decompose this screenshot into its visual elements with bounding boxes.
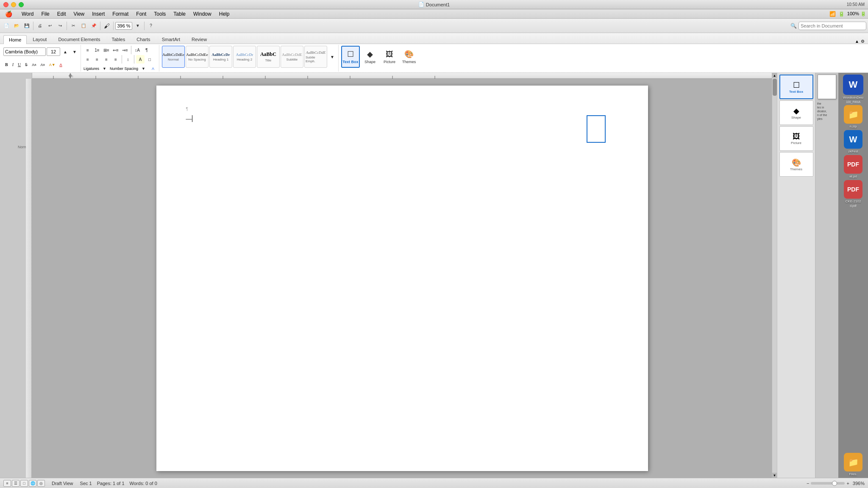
align-right-button[interactable]: ≡ — [102, 55, 111, 64]
zoom-slider[interactable] — [811, 482, 845, 485]
edit-menu[interactable]: Edit — [54, 10, 70, 18]
zoom-decrease-button[interactable]: − — [807, 481, 809, 486]
bullets-button[interactable]: ≡ — [83, 46, 92, 54]
search-input[interactable] — [801, 23, 864, 28]
scrollbar-vertical[interactable]: ▲ ▼ — [772, 73, 777, 478]
text-box-insert-button[interactable]: ☐ Text Box — [341, 46, 360, 68]
tab-tables[interactable]: Tables — [106, 35, 131, 44]
undo-button[interactable]: ↩ — [45, 21, 55, 30]
tab-document-elements[interactable]: Document Elements — [53, 35, 106, 44]
view-draft-button[interactable]: ≡ — [3, 480, 11, 487]
zoom-increase-button[interactable]: + — [846, 481, 849, 486]
zoom-input[interactable]: 396 % — [115, 22, 132, 30]
style-title[interactable]: AaBbC Title — [257, 46, 280, 68]
scroll-up-button[interactable]: ▲ — [772, 73, 777, 78]
picture-insert-button[interactable]: 🖼 Picture — [380, 46, 399, 68]
highlight-button[interactable]: A▼ — [47, 61, 57, 69]
subscript-button[interactable]: Aa — [39, 61, 46, 69]
minimize-button[interactable] — [11, 2, 16, 7]
open-button[interactable]: 📂 — [12, 21, 21, 30]
sort-button[interactable]: ↕A — [133, 46, 142, 54]
num-spacing-dropdown[interactable]: ▼ — [140, 64, 147, 73]
font-menu[interactable]: Font — [133, 10, 150, 18]
doc-icon-1[interactable]: W zkFest — [840, 130, 866, 153]
view-print-button[interactable]: □ — [20, 480, 28, 487]
paste-button[interactable]: 📌 — [89, 21, 98, 30]
redo-button[interactable]: ↪ — [56, 21, 65, 30]
styles-more-button[interactable]: ▼ — [328, 53, 337, 61]
text-box-selection[interactable] — [587, 115, 606, 143]
tools-menu[interactable]: Tools — [150, 10, 169, 18]
document-page[interactable]: ¶ — — [156, 86, 648, 471]
style-normal[interactable]: AaBbCcDdEe Normal — [162, 46, 185, 68]
increase-indent-button[interactable]: ⇒≡ — [121, 46, 129, 54]
view-menu[interactable]: View — [70, 10, 88, 18]
shape-insert-button[interactable]: ◆ Shape — [361, 46, 379, 68]
style-no-spacing[interactable]: AaBbCcDdEe No Spacing — [186, 46, 209, 68]
font-size-input[interactable]: 12 — [47, 47, 60, 56]
print-button[interactable]: 🖨 — [35, 21, 45, 30]
decrease-indent-button[interactable]: ⇐≡ — [111, 46, 120, 54]
tab-layout[interactable]: Layout — [27, 35, 52, 44]
insert-menu[interactable]: Insert — [89, 10, 108, 18]
help-menu[interactable]: Help — [216, 10, 233, 18]
style-subtle-emph[interactable]: AaBbCcDdE Subtle Emph. — [304, 46, 327, 68]
preview-page-thumb[interactable] — [818, 75, 836, 99]
maximize-button[interactable] — [19, 2, 24, 7]
right-panel-picture[interactable]: 🖼 Picture — [779, 126, 813, 151]
style-heading2[interactable]: AaBbCcDr Heading 2 — [233, 46, 256, 68]
tab-smartart[interactable]: SmartArt — [156, 35, 186, 44]
word-app-icon[interactable]: W WordtoInDesi 100_PANA — [840, 75, 866, 103]
new-doc-button[interactable]: 📄 — [2, 21, 11, 30]
format-painter-button[interactable]: 🖌 — [102, 21, 111, 30]
italic-button[interactable]: I — [11, 61, 15, 69]
font-name-input[interactable]: Cambria (Body) — [3, 47, 46, 56]
shading-button[interactable]: A — [136, 55, 145, 64]
pdf-icon-2[interactable]: PDF CKE-2102 d.pdf — [840, 180, 866, 207]
folder-icon[interactable]: 📁 n.zip — [840, 105, 866, 128]
right-panel-themes[interactable]: 🎨 Themes — [779, 152, 813, 177]
bold-button[interactable]: B — [3, 61, 10, 69]
zoom-dropdown[interactable]: ▼ — [133, 21, 142, 30]
page-scroll-area[interactable]: ¶ — — [32, 79, 772, 478]
window-controls[interactable] — [3, 2, 24, 7]
window-menu[interactable]: Window — [190, 10, 215, 18]
borders-button[interactable]: □ — [145, 55, 154, 64]
tab-review[interactable]: Review — [186, 35, 212, 44]
strikethrough-button[interactable]: S̶ — [23, 61, 29, 69]
line-spacing-button[interactable]: ↕ — [124, 55, 132, 64]
align-left-button[interactable]: ≡ — [83, 55, 92, 64]
tab-home[interactable]: Home — [3, 35, 27, 44]
orange-icon[interactable]: 📁 Files. — [840, 453, 866, 476]
right-panel-shape[interactable]: ◆ Shape — [779, 100, 813, 125]
tab-charts[interactable]: Charts — [131, 35, 156, 44]
font-size-up-button[interactable]: ▲ — [61, 47, 70, 56]
themes-insert-button[interactable]: 🎨 Themes — [400, 46, 418, 68]
ribbon-options-button[interactable]: ⚙ — [861, 39, 865, 44]
apple-menu[interactable]: 🍎 — [2, 10, 16, 18]
numbering-button[interactable]: 1≡ — [93, 46, 101, 54]
collapse-ribbon-button[interactable]: ▲ — [855, 39, 859, 44]
close-button[interactable] — [3, 2, 8, 7]
format-menu[interactable]: Format — [109, 10, 132, 18]
font-size-down-button[interactable]: ▼ — [70, 47, 79, 56]
style-heading1[interactable]: AaBbCcDr Heading 1 — [209, 46, 232, 68]
table-menu[interactable]: Table — [170, 10, 189, 18]
file-menu[interactable]: File — [38, 10, 53, 18]
stylistic-set-button[interactable]: A — [149, 64, 157, 73]
right-panel-text-box[interactable]: ☐ Text Box — [779, 75, 813, 99]
view-outline-button[interactable]: ☰ — [12, 480, 19, 487]
view-focus-button[interactable]: ◎ — [37, 480, 45, 487]
help-button[interactable]: ? — [146, 21, 156, 30]
scroll-thumb[interactable] — [773, 79, 777, 96]
show-para-button[interactable]: ¶ — [142, 46, 151, 54]
word-menu[interactable]: Word — [18, 10, 37, 18]
multilevel-list-button[interactable]: ⊞≡ — [102, 46, 111, 54]
document-content[interactable]: — — [186, 115, 618, 122]
style-subtitle[interactable]: AaBbCcDdE Subtitle — [281, 46, 303, 68]
save-button[interactable]: 💾 — [22, 21, 31, 30]
scroll-down-button[interactable]: ▼ — [772, 473, 777, 478]
pdf-icon-1[interactable]: PDF at.pd — [840, 155, 866, 178]
ligatures-dropdown[interactable]: ▼ — [101, 64, 108, 73]
underline-button[interactable]: U — [16, 61, 22, 69]
